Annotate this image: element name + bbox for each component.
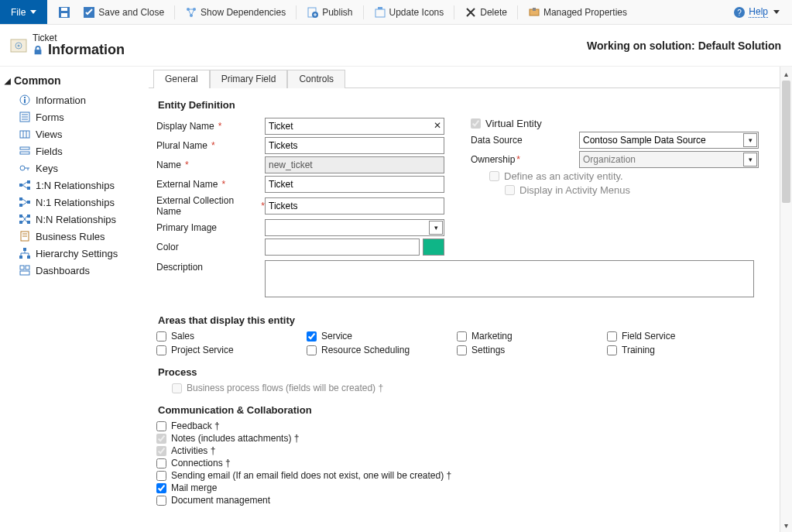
- svg-point-17: [18, 44, 20, 46]
- svg-rect-35: [27, 180, 30, 184]
- comm-notes: Notes (includes attachments) †: [156, 433, 772, 444]
- svg-point-31: [20, 166, 25, 170]
- description-textarea[interactable]: [265, 260, 754, 297]
- sidebar-item-dashboards[interactable]: Dashboards: [3, 262, 142, 279]
- svg-rect-21: [24, 97, 26, 98]
- sidebar-item-nn-relationships[interactable]: N:N Relationships: [3, 211, 142, 228]
- label-primary-image: Primary Image: [156, 222, 265, 233]
- label-virtual-entity: Virtual Entity: [485, 118, 542, 129]
- separator: [517, 5, 518, 19]
- update-icons-button[interactable]: Update Icons: [369, 3, 449, 22]
- label-external-collection: External Collection Name*: [156, 195, 265, 217]
- svg-rect-42: [27, 215, 30, 218]
- display-activity-menus-checkbox: [505, 185, 515, 195]
- external-name-input[interactable]: [265, 176, 444, 193]
- expand-caret-icon: ◢: [5, 77, 11, 85]
- clear-icon[interactable]: ✕: [434, 120, 441, 131]
- svg-rect-30: [20, 152, 29, 154]
- scroll-track[interactable]: [780, 81, 792, 518]
- label-color: Color: [156, 242, 265, 252]
- sidebar-item-business-rules[interactable]: Business Rules: [3, 228, 142, 245]
- show-dependencies-button[interactable]: Show Dependencies: [180, 3, 290, 22]
- header-title: Information: [48, 42, 125, 58]
- save-and-close-button[interactable]: Save and Close: [78, 3, 169, 22]
- tab-controls[interactable]: Controls: [287, 70, 345, 88]
- sidebar-item-views[interactable]: Views: [3, 125, 142, 142]
- comm-connections[interactable]: Connections †: [156, 458, 772, 469]
- ownership-select: [579, 151, 759, 168]
- area-field-service[interactable]: Field Service: [607, 331, 754, 342]
- save-button[interactable]: [53, 3, 75, 22]
- comm-mail-merge[interactable]: Mail merge: [156, 482, 772, 493]
- fields-icon: [19, 145, 31, 157]
- scrollbar[interactable]: ▴ ▾: [780, 67, 792, 532]
- delete-button[interactable]: Delete: [460, 3, 512, 22]
- process-bpf: Business process flows (fields will be c…: [172, 383, 772, 393]
- comm-sending-email[interactable]: Sending email (If an email field does no…: [156, 470, 772, 481]
- hierarchy-icon: [19, 247, 31, 259]
- svg-rect-43: [27, 221, 30, 224]
- header: Ticket Information Working on solution: …: [0, 25, 792, 67]
- comm-activities: Activities †: [156, 445, 772, 456]
- help-label: Help: [749, 6, 768, 17]
- sidebar-item-hierarchy-settings[interactable]: Hierarchy Settings: [3, 245, 142, 262]
- scroll-up-arrow[interactable]: ▴: [780, 67, 793, 81]
- properties-icon: [528, 6, 540, 19]
- scroll-thumb[interactable]: [782, 81, 790, 203]
- comm-feedback[interactable]: Feedback †: [156, 420, 772, 431]
- sidebar: ◢ Common Information Forms Views Fields …: [0, 67, 149, 532]
- sidebar-item-keys[interactable]: Keys: [3, 160, 142, 177]
- update-icons-label: Update Icons: [389, 7, 444, 18]
- external-collection-input[interactable]: [265, 197, 444, 215]
- sidebar-item-information[interactable]: Information: [3, 91, 142, 108]
- svg-rect-1: [61, 13, 67, 17]
- tab-primary-field[interactable]: Primary Field: [210, 70, 288, 88]
- svg-rect-37: [19, 197, 22, 201]
- tab-general[interactable]: General: [153, 70, 210, 88]
- sidebar-item-n1-relationships[interactable]: N:1 Relationships: [3, 194, 142, 211]
- svg-rect-2: [61, 8, 67, 11]
- forms-icon: [19, 111, 31, 123]
- sidebar-item-forms[interactable]: Forms: [3, 108, 142, 125]
- label-description: Description: [156, 260, 265, 273]
- display-name-input[interactable]: [265, 118, 444, 135]
- area-sales[interactable]: Sales: [156, 331, 303, 342]
- primary-image-select[interactable]: [265, 219, 444, 236]
- comm-doc-mgmt[interactable]: Document management: [156, 495, 772, 506]
- publish-icon: [307, 6, 319, 19]
- area-settings[interactable]: Settings: [457, 345, 604, 355]
- svg-rect-20: [24, 99, 26, 103]
- dashboard-icon: [19, 264, 31, 276]
- area-project-service[interactable]: Project Service: [156, 345, 303, 355]
- label-ownership: Ownership*: [471, 154, 579, 165]
- sidebar-item-fields[interactable]: Fields: [3, 142, 142, 160]
- help-button[interactable]: ? Help: [729, 3, 784, 22]
- color-swatch[interactable]: [423, 239, 444, 256]
- label-display-name: Display Name*: [156, 121, 265, 132]
- publish-button[interactable]: Publish: [302, 3, 357, 22]
- area-training[interactable]: Training: [607, 345, 754, 355]
- plural-name-input[interactable]: [265, 137, 444, 154]
- toolbar: File Save and Close Show Dependencies Pu…: [0, 0, 792, 25]
- file-menu[interactable]: File: [0, 0, 47, 24]
- area-resource-scheduling[interactable]: Resource Scheduling: [307, 345, 454, 355]
- managed-properties-button[interactable]: Managed Properties: [523, 3, 632, 22]
- delete-label: Delete: [480, 7, 507, 18]
- area-service[interactable]: Service: [307, 331, 454, 342]
- svg-rect-34: [19, 184, 22, 187]
- svg-rect-50: [20, 266, 24, 269]
- svg-rect-38: [19, 204, 22, 207]
- svg-rect-48: [19, 256, 22, 259]
- data-source-select[interactable]: [579, 132, 759, 149]
- svg-rect-9: [375, 9, 385, 17]
- content: General Primary Field Controls Entity De…: [149, 67, 780, 532]
- sidebar-group-common[interactable]: ◢ Common: [3, 73, 142, 91]
- svg-rect-12: [533, 8, 536, 11]
- lock-icon: [33, 45, 43, 56]
- color-input[interactable]: [265, 239, 420, 256]
- sidebar-item-1n-relationships[interactable]: 1:N Relationships: [3, 177, 142, 194]
- area-marketing[interactable]: Marketing: [457, 331, 604, 342]
- virtual-entity-checkbox: [471, 118, 481, 129]
- scroll-down-arrow[interactable]: ▾: [780, 518, 793, 532]
- svg-rect-40: [19, 215, 22, 218]
